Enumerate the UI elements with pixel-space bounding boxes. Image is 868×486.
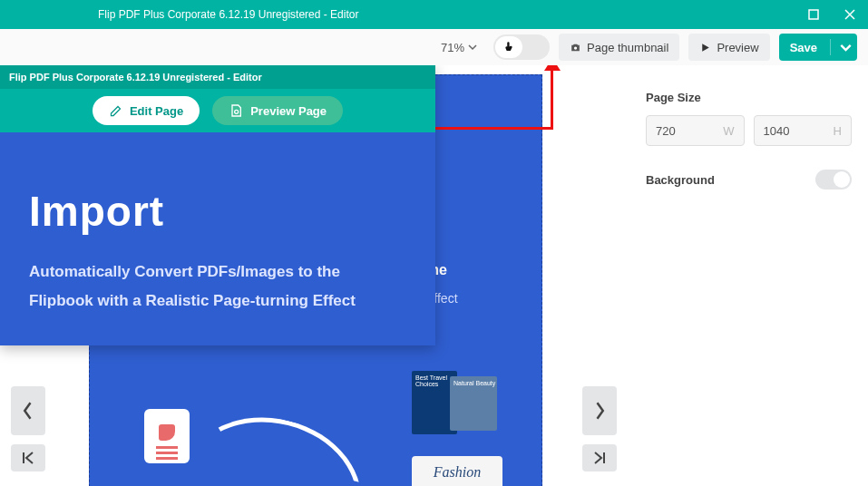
annotation-arrowhead-icon (544, 65, 561, 71)
palette-promo-area: Import Automatically Convert PDFs/Images… (0, 132, 435, 345)
last-page-button[interactable] (582, 444, 617, 471)
preview-page-label: Preview Page (250, 104, 327, 118)
pencil-icon (109, 104, 122, 118)
maximize-icon (808, 9, 819, 20)
chevron-down-icon (468, 43, 477, 52)
preview-button[interactable]: Preview (688, 34, 769, 61)
page-thumbnail-button[interactable]: Page thumbnail (559, 34, 679, 61)
edit-page-tab[interactable]: Edit Page (93, 96, 200, 125)
page-height-value: 1040 (764, 124, 790, 138)
close-icon (844, 9, 855, 20)
svg-point-2 (235, 110, 239, 113)
preview-label: Preview (717, 41, 758, 54)
next-page-button[interactable] (582, 386, 617, 435)
window-title: Flip PDF Plus Corporate 6.12.19 Unregist… (98, 8, 358, 21)
pdf-file-icon (144, 409, 190, 463)
background-label: Background (646, 173, 715, 187)
height-suffix: H (834, 124, 842, 138)
interactive-mode-toggle[interactable] (493, 34, 550, 60)
canvas-area: the Effect Best Travel Choices Natural B… (0, 65, 629, 486)
zoom-level-dropdown[interactable]: 71% (434, 34, 484, 61)
prev-page-button[interactable] (11, 386, 45, 435)
page-width-value: 720 (656, 124, 676, 138)
annotation-arrow-v (551, 65, 553, 130)
palette-titlebar: Flip PDF Plus Corporate 6.12.19 Unregist… (0, 65, 435, 89)
play-icon (699, 42, 711, 53)
main-toolbar: 71% Page thumbnail Preview Save (0, 29, 868, 65)
editor-workspace: the Effect Best Travel Choices Natural B… (0, 65, 868, 486)
promo-line-2: Flipbook with a Realistic Page-turning E… (29, 287, 406, 316)
svg-point-1 (574, 46, 577, 49)
page-width-input[interactable]: 720 W (646, 115, 745, 146)
zoom-value: 71% (441, 41, 464, 54)
background-toggle[interactable] (815, 170, 852, 190)
close-button[interactable] (832, 0, 868, 29)
edit-page-label: Edit Page (130, 104, 183, 118)
chevron-right-icon (593, 402, 606, 420)
fashion-card: Fashion (412, 456, 502, 486)
thumb2-label: Natural Beauty (454, 380, 495, 386)
save-button[interactable]: Save (779, 34, 857, 61)
last-page-icon (592, 452, 607, 464)
first-page-icon (21, 452, 35, 464)
chevron-down-icon (840, 42, 852, 53)
page-height-input[interactable]: 1040 H (754, 115, 853, 146)
page-thumbnail-label: Page thumbnail (587, 41, 668, 54)
flow-arrow-decoration (183, 399, 376, 486)
first-page-button[interactable] (11, 444, 45, 471)
camera-icon (570, 42, 581, 53)
maximize-button[interactable] (795, 0, 832, 29)
width-suffix: W (723, 124, 734, 138)
fashion-label: Fashion (434, 464, 481, 481)
promo-heading: Import (29, 187, 406, 236)
properties-panel: Page Size 720 W 1040 H Background (629, 65, 868, 486)
window-titlebar: Flip PDF Plus Corporate 6.12.19 Unregist… (0, 0, 868, 29)
touch-hand-icon (502, 41, 515, 53)
preview-page-tab[interactable]: Preview Page (212, 96, 343, 125)
page-size-label: Page Size (646, 91, 852, 104)
svg-rect-0 (809, 10, 818, 19)
chevron-left-icon (22, 402, 34, 420)
palette-title: Flip PDF Plus Corporate 6.12.19 Unregist… (9, 72, 262, 83)
preview-page-icon (229, 103, 243, 118)
promo-line-1: Automatically Convert PDFs/Images to the (29, 258, 406, 287)
editor-mode-palette: Flip PDF Plus Corporate 6.12.19 Unregist… (0, 65, 435, 345)
toggle-knob (495, 36, 522, 58)
save-label: Save (790, 41, 817, 54)
